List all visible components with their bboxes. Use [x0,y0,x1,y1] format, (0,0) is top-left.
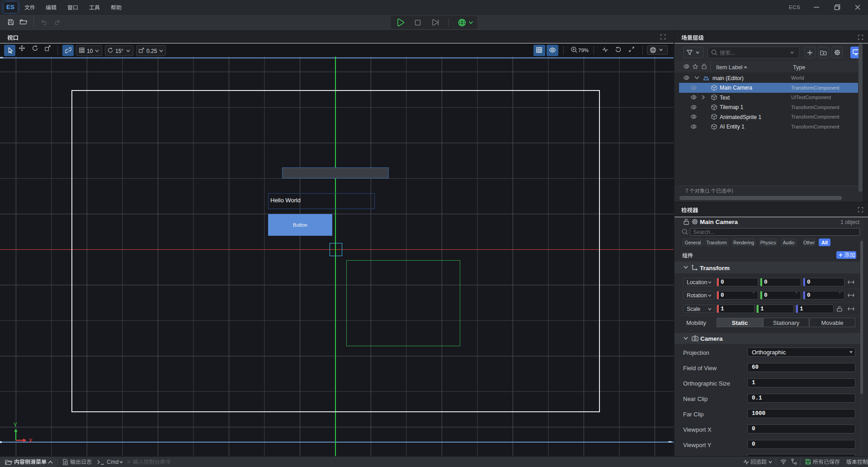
svg-text:X: X [28,437,33,444]
svg-text:Y: Y [14,422,18,428]
